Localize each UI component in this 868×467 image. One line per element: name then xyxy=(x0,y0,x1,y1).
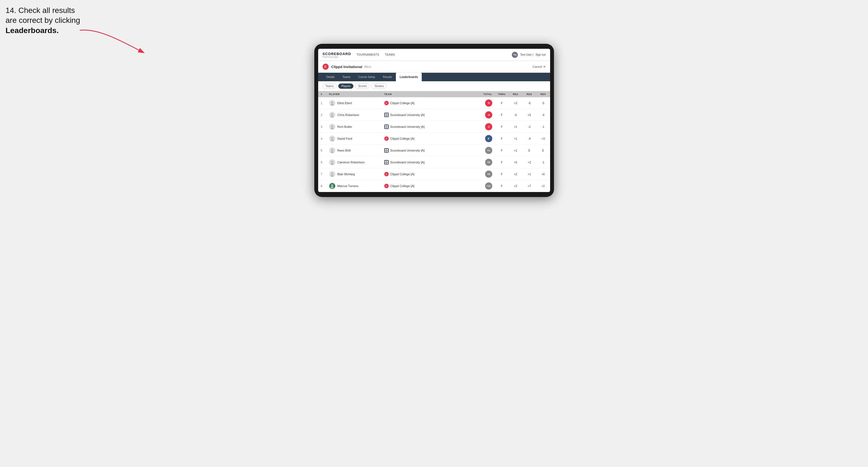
row-rd3: -5 xyxy=(536,97,550,109)
svg-point-12 xyxy=(331,163,334,165)
player-avatar xyxy=(329,183,335,189)
row-player: Marcus Turners xyxy=(327,180,381,192)
table-row: 6Cameron RobertsonScoreboard University … xyxy=(318,156,550,168)
row-rd3: +3 xyxy=(536,133,550,145)
col-rd3: RD3 xyxy=(536,91,550,97)
table-row: 7Blair McHargCClippd College [A]+9F+2+1+… xyxy=(318,168,550,180)
team-logo-box xyxy=(384,113,389,117)
row-rd2: -6 xyxy=(523,97,536,109)
row-player: Elliot Ebert xyxy=(327,97,381,109)
team-logo-box xyxy=(384,160,389,164)
row-thru: F xyxy=(495,180,509,192)
row-total: -8 xyxy=(476,97,495,109)
nav-teams[interactable]: TEAMS xyxy=(385,52,395,57)
row-rd1: +1 xyxy=(509,133,523,145)
col-rd2: RD2 xyxy=(523,91,536,97)
tablet-screen: SCOREBOARD Powered by clippd TOURNAMENTS… xyxy=(318,49,550,192)
svg-point-1 xyxy=(331,102,333,103)
row-thru: F xyxy=(495,145,509,156)
svg-point-5 xyxy=(331,125,333,127)
nav-tournaments[interactable]: TOURNAMENTS xyxy=(356,52,379,57)
row-rd1: +2 xyxy=(509,168,523,180)
col-team: TEAM xyxy=(381,91,476,97)
filter-players[interactable]: Players xyxy=(338,84,353,89)
user-avatar: TU xyxy=(512,52,518,58)
player-name: Marcus Turners xyxy=(337,184,359,188)
nav-right: TU Test User | Sign out xyxy=(512,52,546,58)
team-logo-c: C xyxy=(384,172,389,176)
svg-point-14 xyxy=(331,175,334,177)
row-rd2: +7 xyxy=(523,180,536,192)
row-rd1: -5 xyxy=(509,109,523,121)
svg-point-11 xyxy=(331,161,333,163)
svg-point-4 xyxy=(331,116,334,118)
svg-point-15 xyxy=(331,184,333,187)
user-label: Test User | xyxy=(520,53,533,56)
signout-link[interactable]: Sign out xyxy=(535,53,546,56)
row-rd2: +5 xyxy=(523,109,536,121)
tab-course-setup[interactable]: Course Setup xyxy=(354,73,379,81)
score-badge: -8 xyxy=(485,99,492,106)
filter-scores[interactable]: Scores xyxy=(355,84,370,89)
nav-bar: SCOREBOARD Powered by clippd TOURNAMENTS… xyxy=(318,49,550,61)
row-team: CClippd College [A] xyxy=(381,168,476,180)
svg-point-6 xyxy=(331,128,334,129)
team-name: Clippd College [A] xyxy=(390,137,414,140)
col-pos: # xyxy=(318,91,327,97)
tab-teams[interactable]: Teams xyxy=(339,73,354,81)
player-name: Cameron Robertson xyxy=(337,161,365,164)
row-rd2: -4 xyxy=(523,133,536,145)
svg-point-2 xyxy=(331,104,334,106)
score-badge: -2 xyxy=(485,123,492,130)
row-pos: 5 xyxy=(318,145,327,156)
filter-strokes[interactable]: Strokes xyxy=(371,84,387,89)
table-row: 4David FordCClippd College [A]EF+1-4+3 xyxy=(318,133,550,145)
tablet: SCOREBOARD Powered by clippd TOURNAMENTS… xyxy=(314,44,554,197)
svg-point-9 xyxy=(331,149,333,151)
player-avatar xyxy=(329,112,335,118)
team-name: Scoreboard University [A] xyxy=(390,161,425,164)
player-avatar xyxy=(329,135,335,142)
player-name: Chris Robertson xyxy=(337,113,359,117)
cancel-button[interactable]: Cancel ✕ xyxy=(532,65,546,69)
team-name: Scoreboard University [A] xyxy=(390,113,425,117)
tab-details[interactable]: Details xyxy=(322,73,339,81)
row-team: CClippd College [A] xyxy=(381,133,476,145)
player-avatar xyxy=(329,147,335,153)
tournament-header: C Clippd Invitational (Men) Cancel ✕ xyxy=(318,61,550,73)
team-logo-c: C xyxy=(384,101,389,105)
player-avatar xyxy=(329,171,335,177)
leaderboard-table: # PLAYER TEAM TOTAL THRU RD1 RD2 RD3 1El… xyxy=(318,91,550,192)
tab-leaderboards[interactable]: Leaderboards xyxy=(396,73,422,81)
team-name: Clippd College [A] xyxy=(390,101,414,105)
svg-point-3 xyxy=(331,114,333,116)
row-team: CClippd College [A] xyxy=(381,180,476,192)
row-rd3: +6 xyxy=(536,168,550,180)
row-rd2: E xyxy=(523,145,536,156)
row-total: -4 xyxy=(476,109,495,121)
score-badge: E xyxy=(485,135,492,142)
row-pos: 7 xyxy=(318,168,327,180)
row-player: Rees Britt xyxy=(327,145,381,156)
score-badge: +6 xyxy=(485,159,492,166)
close-icon: ✕ xyxy=(543,65,546,69)
nav-logo: SCOREBOARD Powered by clippd xyxy=(322,52,351,58)
row-player: Blair McHarg xyxy=(327,168,381,180)
logo-title: SCOREBOARD xyxy=(322,52,351,56)
team-logo-box xyxy=(384,148,389,153)
tabs-bar: Details Teams Course Setup Results Leade… xyxy=(318,73,550,81)
score-badge: +9 xyxy=(485,170,492,178)
table-row: 2Chris RobertsonScoreboard University [A… xyxy=(318,109,550,121)
row-rd3: E xyxy=(536,145,550,156)
filter-teams[interactable]: Teams xyxy=(322,84,337,89)
player-name: Blair McHarg xyxy=(337,173,355,176)
row-rd2: -2 xyxy=(523,121,536,133)
row-total: +1 xyxy=(476,145,495,156)
row-total: -2 xyxy=(476,121,495,133)
player-avatar xyxy=(329,159,335,165)
team-name: Scoreboard University [A] xyxy=(390,125,425,128)
svg-point-8 xyxy=(331,139,334,141)
tournament-name: Clippd Invitational xyxy=(331,65,363,69)
player-avatar xyxy=(329,100,335,106)
tab-results[interactable]: Results xyxy=(379,73,396,81)
